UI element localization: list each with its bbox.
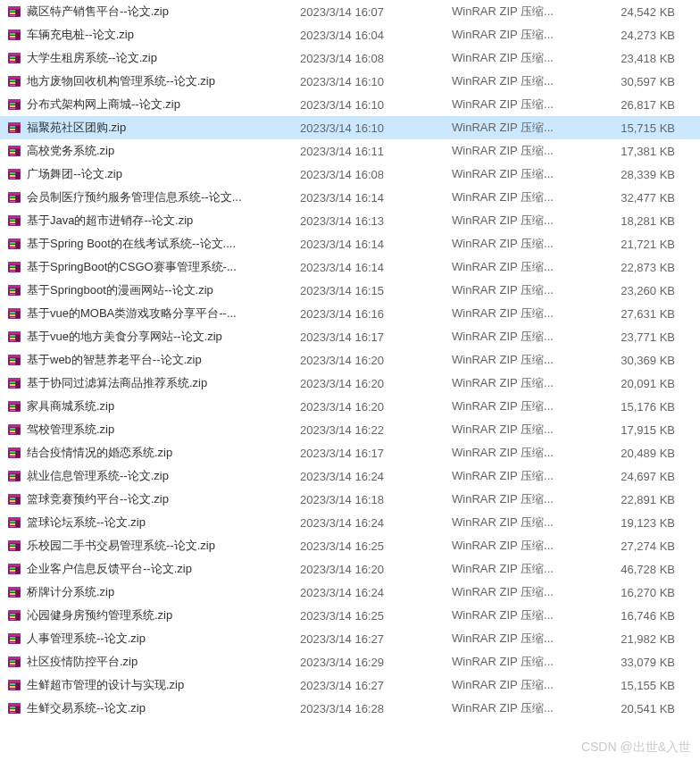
file-date: 2023/3/14 16:11 bbox=[300, 145, 452, 158]
file-type: WinRAR ZIP 压缩... bbox=[452, 305, 595, 322]
file-row[interactable]: 基于web的智慧养老平台--论文.zip2023/3/14 16:20WinRA… bbox=[0, 348, 700, 372]
file-type: WinRAR ZIP 压缩... bbox=[452, 398, 595, 414]
svg-rect-89 bbox=[16, 335, 20, 341]
file-name: 广场舞团--论文.zip bbox=[23, 166, 300, 182]
svg-rect-88 bbox=[10, 340, 15, 341]
svg-rect-104 bbox=[10, 405, 15, 406]
file-size: 15,176 KB bbox=[595, 400, 684, 414]
svg-rect-135 bbox=[10, 523, 15, 525]
file-date: 2023/3/14 16:25 bbox=[300, 609, 452, 623]
file-row[interactable]: 就业信息管理系统--论文.zip2023/3/14 16:24WinRAR ZI… bbox=[0, 464, 700, 488]
file-type: WinRAR ZIP 压缩... bbox=[452, 143, 595, 159]
file-row[interactable]: 生鲜交易系统--论文.zip2023/3/14 16:28WinRAR ZIP … bbox=[0, 697, 700, 720]
file-row[interactable]: 基于vue的地方美食分享网站--论文.zip2023/3/14 16:17Win… bbox=[0, 325, 700, 348]
file-row[interactable]: 大学生租房系统--论文.zip2023/3/14 16:08WinRAR ZIP… bbox=[0, 46, 700, 70]
file-row[interactable]: 驾校管理系统.zip2023/3/14 16:22WinRAR ZIP 压缩..… bbox=[0, 418, 700, 441]
svg-rect-15 bbox=[10, 59, 15, 61]
file-row[interactable]: 基于协同过滤算法商品推荐系统.zip2023/3/14 16:20WinRAR … bbox=[0, 372, 700, 395]
svg-rect-147 bbox=[10, 570, 15, 572]
file-name: 基于SpringBoot的CSGO赛事管理系统-... bbox=[23, 259, 300, 275]
zip-archive-icon bbox=[5, 97, 23, 112]
file-date: 2023/3/14 16:27 bbox=[300, 632, 452, 646]
svg-rect-158 bbox=[10, 614, 15, 615]
file-row[interactable]: 桥牌计分系统.zip2023/3/14 16:24WinRAR ZIP 压缩..… bbox=[0, 581, 700, 604]
svg-rect-127 bbox=[8, 494, 21, 497]
svg-rect-27 bbox=[10, 105, 15, 107]
file-row[interactable]: 沁园健身房预约管理系统.zip2023/3/14 16:25WinRAR ZIP… bbox=[0, 604, 700, 627]
file-row[interactable]: 篮球竞赛预约平台--论文.zip2023/3/14 16:18WinRAR ZI… bbox=[0, 488, 700, 511]
file-size: 28,339 KB bbox=[595, 168, 684, 181]
file-type: WinRAR ZIP 压缩... bbox=[452, 631, 595, 647]
file-size: 32,477 KB bbox=[595, 191, 684, 205]
file-row[interactable]: 分布式架构网上商城--论文.zip2023/3/14 16:10WinRAR Z… bbox=[0, 93, 700, 116]
svg-rect-57 bbox=[10, 222, 15, 223]
svg-rect-8 bbox=[10, 33, 15, 35]
zip-archive-icon bbox=[5, 167, 23, 181]
file-row[interactable]: 社区疫情防控平台.zip2023/3/14 16:29WinRAR ZIP 压缩… bbox=[0, 650, 700, 673]
svg-rect-161 bbox=[16, 614, 20, 620]
svg-rect-146 bbox=[10, 567, 15, 569]
file-type: WinRAR ZIP 压缩... bbox=[452, 607, 595, 623]
file-name: 篮球竞赛预约平台--论文.zip bbox=[23, 491, 300, 507]
svg-rect-50 bbox=[10, 196, 15, 197]
file-row[interactable]: 人事管理系统--论文.zip2023/3/14 16:27WinRAR ZIP … bbox=[0, 627, 700, 650]
svg-rect-117 bbox=[10, 454, 15, 456]
zip-archive-icon bbox=[5, 376, 23, 390]
file-row[interactable]: 生鲜超市管理的设计与实现.zip2023/3/14 16:27WinRAR ZI… bbox=[0, 673, 700, 697]
svg-rect-92 bbox=[10, 358, 15, 360]
zip-archive-icon bbox=[5, 144, 23, 158]
file-date: 2023/3/14 16:18 bbox=[300, 493, 452, 506]
svg-rect-25 bbox=[8, 99, 21, 102]
file-row[interactable]: 结合疫情情况的婚恋系统.zip2023/3/14 16:17WinRAR ZIP… bbox=[0, 441, 700, 464]
zip-archive-icon bbox=[5, 701, 23, 715]
zip-archive-icon bbox=[5, 353, 23, 367]
file-row[interactable]: 家具商城系统.zip2023/3/14 16:20WinRAR ZIP 压缩..… bbox=[0, 395, 700, 418]
svg-rect-51 bbox=[10, 198, 15, 200]
svg-rect-183 bbox=[10, 709, 15, 711]
svg-rect-47 bbox=[16, 172, 20, 179]
file-row[interactable]: 基于Springboot的漫画网站--论文.zip2023/3/14 16:15… bbox=[0, 279, 700, 302]
svg-rect-32 bbox=[10, 126, 15, 128]
svg-rect-5 bbox=[16, 10, 20, 16]
file-size: 27,274 KB bbox=[595, 539, 684, 553]
file-size: 26,817 KB bbox=[595, 98, 684, 112]
svg-rect-80 bbox=[10, 312, 15, 314]
file-row[interactable]: 篮球论坛系统--论文.zip2023/3/14 16:24WinRAR ZIP … bbox=[0, 511, 700, 534]
file-row[interactable]: 广场舞团--论文.zip2023/3/14 16:08WinRAR ZIP 压缩… bbox=[0, 163, 700, 186]
file-row[interactable]: 基于SpringBoot的CSGO赛事管理系统-...2023/3/14 16:… bbox=[0, 255, 700, 279]
file-row[interactable]: 福聚苑社区团购.zip2023/3/14 16:10WinRAR ZIP 压缩.… bbox=[0, 116, 700, 139]
file-size: 21,721 KB bbox=[595, 238, 684, 251]
zip-archive-icon bbox=[5, 655, 23, 669]
svg-rect-91 bbox=[8, 355, 21, 357]
svg-rect-123 bbox=[10, 477, 15, 479]
svg-rect-115 bbox=[8, 447, 21, 450]
file-name: 大学生租房系统--论文.zip bbox=[23, 50, 300, 66]
file-row[interactable]: 基于vue的MOBA类游戏攻略分享平台--...2023/3/14 16:16W… bbox=[0, 302, 700, 325]
svg-rect-28 bbox=[10, 108, 15, 109]
file-row[interactable]: 企业客户信息反馈平台--论文.zip2023/3/14 16:20WinRAR … bbox=[0, 557, 700, 581]
file-row[interactable]: 基于Java的超市进销存--论文.zip2023/3/14 16:13WinRA… bbox=[0, 209, 700, 232]
file-row[interactable]: 藏区特产销售平台--论文.zip2023/3/14 16:07WinRAR ZI… bbox=[0, 0, 700, 23]
file-date: 2023/3/14 16:20 bbox=[300, 377, 452, 390]
svg-rect-31 bbox=[8, 122, 21, 125]
file-row[interactable]: 会员制医疗预约服务管理信息系统--论文...2023/3/14 16:14Win… bbox=[0, 186, 700, 209]
file-name: 企业客户信息反馈平台--论文.zip bbox=[23, 561, 300, 577]
file-size: 21,982 KB bbox=[595, 632, 684, 646]
file-name: 基于vue的MOBA类游戏攻略分享平台--... bbox=[23, 305, 300, 322]
zip-archive-icon bbox=[5, 121, 23, 135]
file-row[interactable]: 乐校园二手书交易管理系统--论文.zip2023/3/14 16:25WinRA… bbox=[0, 534, 700, 557]
file-row[interactable]: 地方废物回收机构管理系统--论文.zip2023/3/14 16:10WinRA… bbox=[0, 70, 700, 93]
file-row[interactable]: 基于Spring Boot的在线考试系统--论文....2023/3/14 16… bbox=[0, 232, 700, 255]
svg-rect-173 bbox=[16, 660, 20, 666]
file-type: WinRAR ZIP 压缩... bbox=[452, 352, 595, 368]
file-row[interactable]: 高校党务系统.zip2023/3/14 16:11WinRAR ZIP 压缩..… bbox=[0, 139, 700, 163]
file-type: WinRAR ZIP 压缩... bbox=[452, 329, 595, 345]
file-row[interactable]: 车辆充电桩--论文.zip2023/3/14 16:04WinRAR ZIP 压… bbox=[0, 23, 700, 46]
zip-archive-icon bbox=[5, 469, 23, 483]
file-date: 2023/3/14 16:04 bbox=[300, 29, 452, 42]
file-size: 18,281 KB bbox=[595, 214, 684, 228]
zip-archive-icon bbox=[5, 283, 23, 297]
file-name: 就业信息管理系统--论文.zip bbox=[23, 468, 300, 484]
svg-rect-116 bbox=[10, 451, 15, 453]
file-type: WinRAR ZIP 压缩... bbox=[452, 282, 595, 298]
